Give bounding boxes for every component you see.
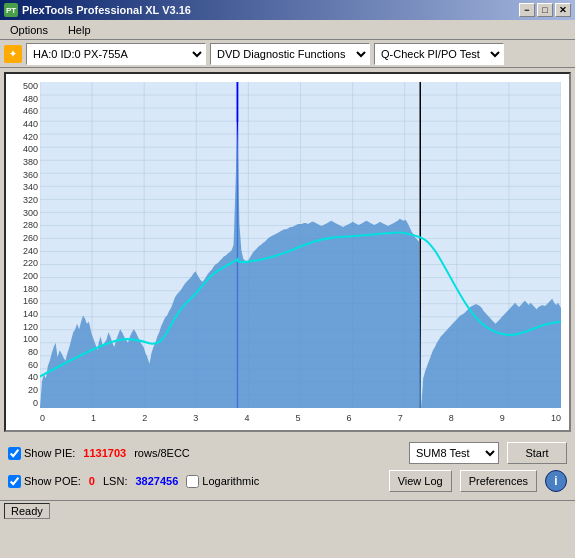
device-icon: ✦ — [4, 45, 22, 63]
x-axis: 0 1 2 3 4 5 6 7 8 9 10 — [40, 408, 561, 428]
row2: Show POE: 0 LSN: 3827456 Logarithmic Vie… — [8, 468, 567, 494]
x-label-1: 1 — [91, 413, 96, 423]
y-label-380: 380 — [23, 158, 38, 167]
device-select[interactable]: HA:0 ID:0 PX-755A — [26, 43, 206, 65]
start-button[interactable]: Start — [507, 442, 567, 464]
chart-plot — [40, 82, 561, 408]
logarithmic-checkbox[interactable] — [186, 475, 199, 488]
show-pie-label: Show PIE: — [24, 447, 75, 459]
test-select[interactable]: Q-Check PI/PO Test — [374, 43, 504, 65]
y-label-440: 440 — [23, 120, 38, 129]
minimize-button[interactable]: − — [519, 3, 535, 17]
x-label-0: 0 — [40, 413, 45, 423]
view-log-button[interactable]: View Log — [389, 470, 452, 492]
y-label-320: 320 — [23, 196, 38, 205]
y-label-40: 40 — [28, 373, 38, 382]
menu-options[interactable]: Options — [4, 22, 54, 38]
chart-area: 500 480 460 440 420 400 380 360 340 320 … — [4, 72, 571, 432]
y-label-480: 480 — [23, 95, 38, 104]
x-label-2: 2 — [142, 413, 147, 423]
show-poe-checkbox[interactable] — [8, 475, 21, 488]
y-label-160: 160 — [23, 297, 38, 306]
y-label-360: 360 — [23, 171, 38, 180]
y-label-420: 420 — [23, 133, 38, 142]
y-label-180: 180 — [23, 285, 38, 294]
x-label-10: 10 — [551, 413, 561, 423]
close-button[interactable]: ✕ — [555, 3, 571, 17]
x-label-3: 3 — [193, 413, 198, 423]
status-text: Ready — [11, 505, 43, 517]
y-axis: 500 480 460 440 420 400 380 360 340 320 … — [6, 82, 40, 408]
row1: Show PIE: 1131703 rows/8ECC SUM8 Test St… — [8, 440, 567, 466]
poe-value: 0 — [89, 475, 95, 487]
y-label-260: 260 — [23, 234, 38, 243]
preferences-button[interactable]: Preferences — [460, 470, 537, 492]
pie-value: 1131703 — [83, 447, 126, 459]
info-button[interactable]: i — [545, 470, 567, 492]
y-label-300: 300 — [23, 209, 38, 218]
maximize-button[interactable]: □ — [537, 3, 553, 17]
x-label-6: 6 — [347, 413, 352, 423]
y-label-340: 340 — [23, 183, 38, 192]
y-label-220: 220 — [23, 259, 38, 268]
function-select[interactable]: DVD Diagnostic Functions — [210, 43, 370, 65]
toolbar: ✦ HA:0 ID:0 PX-755A DVD Diagnostic Funct… — [0, 40, 575, 68]
y-label-400: 400 — [23, 145, 38, 154]
y-label-200: 200 — [23, 272, 38, 281]
window-controls: − □ ✕ — [519, 3, 571, 17]
y-label-140: 140 — [23, 310, 38, 319]
app-icon: PT — [4, 3, 18, 17]
menu-help[interactable]: Help — [62, 22, 97, 38]
window-title: PlexTools Professional XL V3.16 — [22, 4, 191, 16]
x-label-5: 5 — [295, 413, 300, 423]
x-label-7: 7 — [398, 413, 403, 423]
show-poe-checkbox-label[interactable]: Show POE: — [8, 475, 81, 488]
y-label-460: 460 — [23, 107, 38, 116]
y-label-120: 120 — [23, 323, 38, 332]
y-label-20: 20 — [28, 386, 38, 395]
y-label-60: 60 — [28, 361, 38, 370]
x-label-9: 9 — [500, 413, 505, 423]
y-label-100: 100 — [23, 335, 38, 344]
status-panel: Ready — [4, 503, 50, 519]
y-label-0: 0 — [33, 399, 38, 408]
show-poe-label: Show POE: — [24, 475, 81, 487]
logarithmic-checkbox-label[interactable]: Logarithmic — [186, 475, 259, 488]
y-label-80: 80 — [28, 348, 38, 357]
lsn-value: 3827456 — [135, 475, 178, 487]
bottom-panel: Show PIE: 1131703 rows/8ECC SUM8 Test St… — [0, 436, 575, 500]
y-label-240: 240 — [23, 247, 38, 256]
y-label-500: 500 — [23, 82, 38, 91]
chart-svg — [40, 82, 561, 408]
y-label-280: 280 — [23, 221, 38, 230]
sum8-select[interactable]: SUM8 Test — [409, 442, 499, 464]
x-label-8: 8 — [449, 413, 454, 423]
show-pie-checkbox[interactable] — [8, 447, 21, 460]
status-bar: Ready — [0, 500, 575, 520]
x-label-4: 4 — [244, 413, 249, 423]
logarithmic-label: Logarithmic — [202, 475, 259, 487]
title-bar: PT PlexTools Professional XL V3.16 − □ ✕ — [0, 0, 575, 20]
menu-bar: Options Help — [0, 20, 575, 40]
show-pie-checkbox-label[interactable]: Show PIE: — [8, 447, 75, 460]
lsn-label: LSN: — [103, 475, 127, 487]
sum8-combo: SUM8 Test — [409, 442, 499, 464]
pie-unit: rows/8ECC — [134, 447, 190, 459]
